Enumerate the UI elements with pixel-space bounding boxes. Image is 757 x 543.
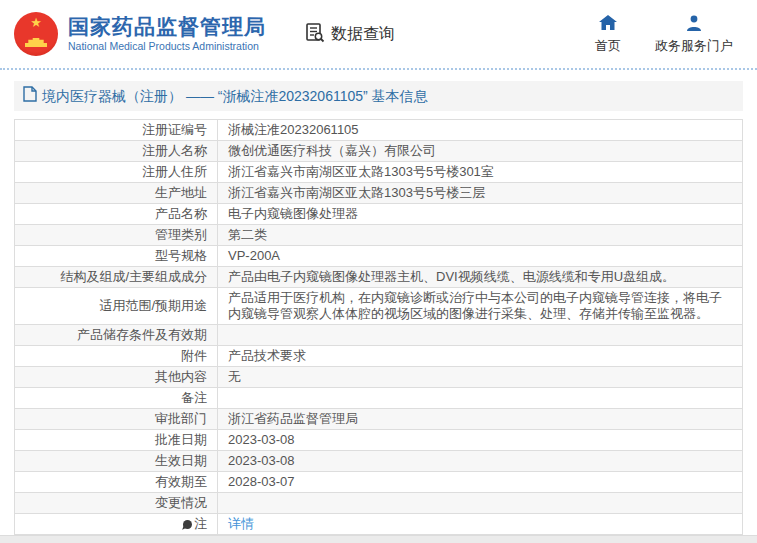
row-value [218, 493, 743, 514]
row-label: 有效期至 [15, 472, 218, 493]
row-value: 2028-03-07 [218, 472, 743, 493]
row-label: 产品储存条件及有效期 [15, 325, 218, 346]
row-label: 管理类别 [15, 225, 218, 246]
table-row: 结构及组成/主要组成成分产品由电子内窥镜图像处理器主机、DVI视频线缆、电源线缆… [15, 267, 743, 288]
row-label: 附件 [15, 346, 218, 367]
nav-item-label: 首页 [595, 38, 621, 54]
row-label: 注册人名称 [15, 141, 218, 162]
site-subtitle: National Medical Products Administration [68, 39, 266, 53]
document-search-icon [304, 21, 331, 47]
header-divider [0, 68, 757, 70]
table-row: 有效期至2028-03-07 [15, 472, 743, 493]
emblem-gate-icon [25, 38, 47, 47]
row-value: 详情 [218, 514, 743, 535]
row-value: 产品技术要求 [218, 346, 743, 367]
row-label: 生效日期 [15, 451, 218, 472]
table-row: 附件产品技术要求 [15, 346, 743, 367]
site-title: 国家药品监督管理局 [68, 15, 266, 39]
row-value: 浙江省嘉兴市南湖区亚太路1303号5号楼301室 [218, 162, 743, 183]
row-label: 变更情况 [15, 493, 218, 514]
row-label: 备注 [15, 388, 218, 409]
row-value [218, 388, 743, 409]
row-label: 批准日期 [15, 430, 218, 451]
table-row: 型号规格VP-200A [15, 246, 743, 267]
table-row: 注册人名称微创优通医疗科技（嘉兴）有限公司 [15, 141, 743, 162]
emblem-star-icon: ★ [14, 16, 58, 29]
row-label: 生产地址 [15, 183, 218, 204]
table-row: 变更情况 [15, 493, 743, 514]
row-label: 适用范围/预期用途 [15, 288, 218, 325]
nav-item-home[interactable]: 首页 [595, 15, 621, 54]
table-row: 备注 [15, 388, 743, 409]
table-row: 生产地址浙江省嘉兴市南湖区亚太路1303号5号楼三层 [15, 183, 743, 204]
table-row: 管理类别第二类 [15, 225, 743, 246]
details-link[interactable]: 详情 [228, 516, 254, 531]
row-label: 注册证编号 [15, 120, 218, 141]
data-query-label: 数据查询 [331, 24, 395, 45]
row-label: 注 [15, 514, 218, 535]
row-label: 结构及组成/主要组成成分 [15, 267, 218, 288]
table-row: 适用范围/预期用途产品适用于医疗机构，在内窥镜诊断或治疗中与本公司的电子内窥镜导… [15, 288, 743, 325]
table-row: 产品储存条件及有效期 [15, 325, 743, 346]
top-nav: 首页 政务服务门户 [595, 15, 743, 54]
row-value: 无 [218, 367, 743, 388]
row-value: 浙械注准20232061105 [218, 120, 743, 141]
row-value: 浙江省嘉兴市南湖区亚太路1303号5号楼三层 [218, 183, 743, 204]
data-query-button[interactable]: 数据查询 [304, 21, 395, 47]
row-value: 第二类 [218, 225, 743, 246]
row-value: VP-200A [218, 246, 743, 267]
row-value: 微创优通医疗科技（嘉兴）有限公司 [218, 141, 743, 162]
national-emblem-logo: ★ [14, 12, 58, 56]
brand-block: 国家药品监督管理局 National Medical Products Admi… [68, 15, 266, 53]
nav-item-portal[interactable]: 政务服务门户 [655, 15, 733, 54]
row-value: 2023-03-08 [218, 451, 743, 472]
registration-info-table: 注册证编号浙械注准20232061105注册人名称微创优通医疗科技（嘉兴）有限公… [14, 119, 743, 535]
table-row: 批准日期2023-03-08 [15, 430, 743, 451]
row-value: 产品适用于医疗机构，在内窥镜诊断或治疗中与本公司的电子内窥镜导管连接，将电子内窥… [218, 288, 743, 325]
table-row: 生效日期2023-03-08 [15, 451, 743, 472]
table-row: 注册证编号浙械注准20232061105 [15, 120, 743, 141]
footer-strip [0, 535, 757, 543]
row-label: 审批部门 [15, 409, 218, 430]
row-label: 产品名称 [15, 204, 218, 225]
breadcrumb-text: 境内医疗器械（注册） —— “浙械注准20232061105” 基本信息 [42, 87, 428, 105]
breadcrumb: 境内医疗器械（注册） —— “浙械注准20232061105” 基本信息 [14, 81, 743, 111]
table-row: 其他内容无 [15, 367, 743, 388]
row-value: 电子内窥镜图像处理器 [218, 204, 743, 225]
table-row: 注册人住所浙江省嘉兴市南湖区亚太路1303号5号楼301室 [15, 162, 743, 183]
row-value [218, 325, 743, 346]
row-value: 浙江省药品监督管理局 [218, 409, 743, 430]
table-row: 审批部门浙江省药品监督管理局 [15, 409, 743, 430]
note-icon [183, 520, 192, 529]
document-icon [23, 86, 42, 106]
row-label: 型号规格 [15, 246, 218, 267]
row-label: 其他内容 [15, 367, 218, 388]
table-row: 注详情 [15, 514, 743, 535]
row-value: 2023-03-08 [218, 430, 743, 451]
row-label: 注册人住所 [15, 162, 218, 183]
row-value: 产品由电子内窥镜图像处理器主机、DVI视频线缆、电源线缆和专用U盘组成。 [218, 267, 743, 288]
nav-item-label: 政务服务门户 [655, 38, 733, 54]
person-icon [686, 15, 702, 38]
table-row: 产品名称电子内窥镜图像处理器 [15, 204, 743, 225]
site-header: ★ 国家药品监督管理局 National Medical Products Ad… [0, 0, 757, 68]
home-icon [599, 15, 617, 38]
